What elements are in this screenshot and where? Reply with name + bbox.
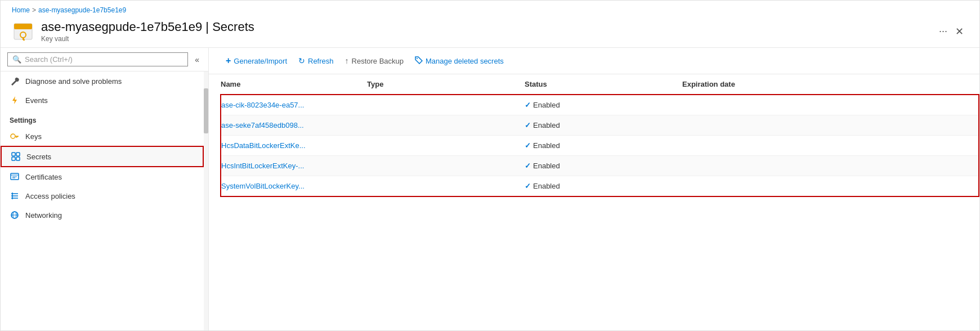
generate-import-label: Generate/Import — [234, 57, 287, 65]
secrets-icon — [11, 151, 21, 162]
sidebar-item-events-label: Events — [25, 96, 48, 105]
checkmark-icon: ✓ — [525, 162, 531, 170]
cell-name: ase-cik-8023e34e-ea57... — [221, 95, 367, 115]
upload-icon: ↑ — [345, 56, 349, 65]
sidebar-item-events[interactable]: Events — [1, 91, 204, 110]
cell-type — [367, 95, 525, 115]
svg-point-7 — [11, 134, 15, 138]
sidebar-item-networking[interactable]: Networking — [1, 205, 204, 225]
page-subtitle: Key vault — [41, 35, 930, 43]
search-icon: 🔍 — [12, 55, 21, 64]
wrench-icon — [10, 76, 20, 86]
cell-name: HcsDataBitLockerExtKe... — [221, 136, 367, 156]
sidebar-item-diagnose-label: Diagnose and solve problems — [25, 77, 122, 86]
sidebar-item-access-policies[interactable]: Access policies — [1, 186, 204, 205]
svg-rect-13 — [12, 157, 15, 160]
svg-rect-14 — [16, 157, 20, 160]
search-input[interactable] — [25, 55, 183, 64]
cell-expiration — [682, 95, 979, 115]
key-icon — [10, 131, 20, 141]
cell-expiration — [682, 115, 979, 136]
close-icon: ✕ — [955, 26, 964, 37]
breadcrumb-separator: > — [32, 6, 36, 14]
refresh-label: Refresh — [308, 57, 334, 65]
cell-status: ✓ Enabled — [525, 136, 682, 156]
manage-deleted-label: Manage deleted secrets — [426, 57, 504, 65]
checkmark-icon: ✓ — [525, 101, 531, 109]
generate-import-button[interactable]: + Generate/Import — [220, 53, 293, 68]
cell-expiration — [682, 156, 979, 176]
cell-type — [367, 136, 525, 156]
sidebar-item-diagnose[interactable]: Diagnose and solve problems — [1, 71, 204, 91]
sidebar-item-keys-label: Keys — [25, 132, 42, 141]
page-title: ase-myasegpude-1e7b5e1e9 | Secrets — [41, 20, 930, 34]
header-ellipsis-button[interactable]: ··· — [936, 24, 951, 38]
cell-type — [367, 156, 525, 176]
column-expiration: Expiration date — [682, 74, 979, 95]
cell-expiration — [682, 136, 979, 156]
checkmark-icon: ✓ — [525, 141, 531, 150]
table-row[interactable]: SystemVolBitLockerKey...✓ Enabled — [221, 176, 979, 197]
manage-deleted-button[interactable]: Manage deleted secrets — [409, 54, 509, 68]
sidebar-item-access-policies-label: Access policies — [25, 192, 75, 200]
table-row[interactable]: ase-seke7af458edb098...✓ Enabled — [221, 115, 979, 136]
sidebar-scrollbar-thumb[interactable] — [204, 88, 208, 133]
cell-status: ✓ Enabled — [525, 115, 682, 136]
restore-backup-button[interactable]: ↑ Restore Backup — [339, 54, 410, 68]
column-name: Name — [221, 74, 367, 95]
toolbar: + Generate/Import ↻ Refresh ↑ Restore Ba… — [209, 48, 979, 74]
cell-name: ase-seke7af458edb098... — [221, 115, 367, 136]
svg-point-28 — [417, 58, 418, 59]
sidebar-item-networking-label: Networking — [25, 211, 62, 220]
checkmark-icon: ✓ — [525, 121, 531, 129]
refresh-icon: ↻ — [298, 56, 305, 65]
main-content: + Generate/Import ↻ Refresh ↑ Restore Ba… — [209, 48, 979, 330]
breadcrumb-home[interactable]: Home — [12, 6, 30, 14]
cell-status: ✓ Enabled — [525, 156, 682, 176]
restore-backup-label: Restore Backup — [352, 57, 404, 65]
sidebar-search-box[interactable]: 🔍 — [7, 52, 188, 66]
cell-type — [367, 176, 525, 197]
page-header-title-block: ase-myasegpude-1e7b5e1e9 | Secrets Key v… — [41, 20, 930, 43]
svg-rect-12 — [16, 153, 20, 156]
sidebar-item-certificates[interactable]: Certificates — [1, 167, 204, 186]
breadcrumb-resource[interactable]: ase-myasegpude-1e7b5e1e9 — [38, 6, 126, 14]
sidebar-item-secrets[interactable]: Secrets — [1, 146, 204, 167]
svg-rect-11 — [12, 153, 15, 156]
refresh-button[interactable]: ↻ Refresh — [293, 54, 339, 68]
secrets-table-area: Name Type Status Expiration date ase-cik… — [209, 74, 979, 330]
table-row[interactable]: ase-cik-8023e34e-ea57...✓ Enabled — [221, 95, 979, 115]
secrets-table: Name Type Status Expiration date ase-cik… — [220, 74, 979, 197]
table-row[interactable]: HcsIntBitLockerExtKey-...✓ Enabled — [221, 156, 979, 176]
sidebar-item-secrets-label: Secrets — [26, 153, 51, 161]
cell-name: SystemVolBitLockerKey... — [221, 176, 367, 197]
cell-type — [367, 115, 525, 136]
sidebar-collapse-button[interactable]: « — [190, 55, 204, 64]
column-type: Type — [367, 74, 525, 95]
checkmark-icon: ✓ — [525, 182, 531, 190]
page-header: ase-myasegpude-1e7b5e1e9 | Secrets Key v… — [1, 17, 979, 48]
tag-icon — [415, 56, 423, 66]
plus-icon: + — [226, 56, 231, 66]
sidebar-item-keys[interactable]: Keys — [1, 127, 204, 146]
networking-icon — [10, 210, 20, 220]
sidebar-nav: Diagnose and solve problems Events Setti… — [1, 71, 204, 330]
sidebar-item-certificates-label: Certificates — [25, 173, 62, 181]
cell-name: HcsIntBitLockerExtKey-... — [221, 156, 367, 176]
column-status: Status — [525, 74, 682, 95]
table-row[interactable]: HcsDataBitLockerExtKe...✓ Enabled — [221, 136, 979, 156]
certificates-icon — [10, 172, 20, 182]
cell-status: ✓ Enabled — [525, 176, 682, 197]
settings-section-label: Settings — [1, 110, 204, 127]
collapse-icon: « — [195, 55, 199, 64]
cell-expiration — [682, 176, 979, 197]
keyvault-icon — [12, 20, 34, 43]
sidebar-scrollbar[interactable] — [204, 71, 208, 330]
access-policies-icon — [10, 191, 20, 201]
lightning-icon — [10, 95, 20, 105]
close-button[interactable]: ✕ — [951, 23, 968, 40]
svg-rect-1 — [14, 24, 32, 29]
svg-marker-6 — [12, 96, 17, 104]
breadcrumb: Home > ase-myasegpude-1e7b5e1e9 — [1, 1, 979, 17]
sidebar: 🔍 « Diagnose and solve problems — [1, 48, 209, 330]
